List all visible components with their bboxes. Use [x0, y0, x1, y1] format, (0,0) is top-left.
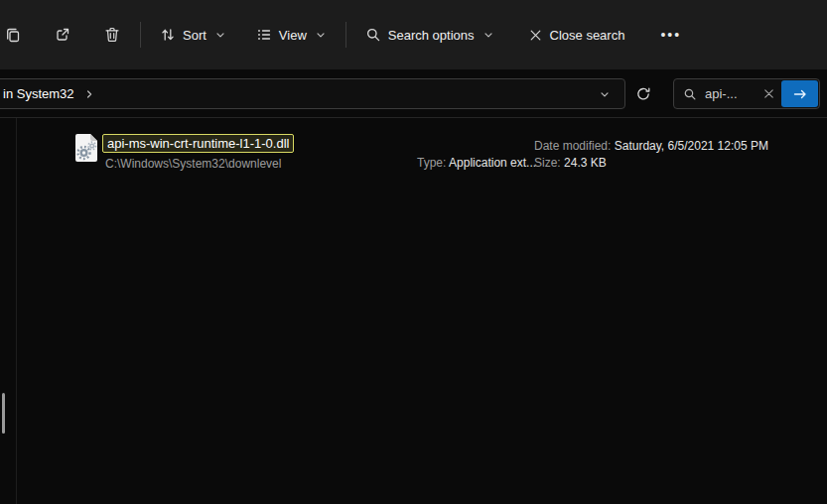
close-icon — [528, 28, 543, 43]
toolbar-divider — [140, 22, 141, 48]
file-path: C:\Windows\System32\downlevel — [105, 157, 281, 171]
chevron-down-icon — [214, 29, 226, 41]
refresh-button[interactable] — [631, 82, 655, 106]
view-button[interactable]: View — [246, 18, 337, 52]
command-toolbar: Sort View Search options — [0, 0, 827, 69]
copy-icon — [4, 26, 22, 44]
size-label: Size: — [534, 156, 561, 170]
date-modified-value: Saturday, 6/5/2021 12:05 PM — [615, 139, 768, 153]
left-scrollbar-thumb[interactable] — [2, 393, 5, 434]
size-line: Size: 24.3 KB — [534, 155, 768, 172]
share-icon — [54, 26, 71, 44]
search-icon — [683, 87, 697, 101]
type-label: Type: — [417, 156, 446, 170]
search-options-label: Search options — [388, 28, 475, 43]
delete-icon — [103, 26, 121, 44]
type-value: Application ext... — [449, 156, 536, 170]
close-search-button[interactable]: Close search — [518, 19, 635, 52]
date-modified-label: Date modified: — [534, 139, 611, 153]
search-input[interactable]: api-... — [673, 78, 820, 109]
size-value: 24.3 KB — [564, 156, 607, 170]
close-search-label: Close search — [550, 28, 625, 43]
refresh-icon — [635, 86, 651, 102]
view-label: View — [279, 28, 307, 43]
date-modified-line: Date modified: Saturday, 6/5/2021 12:05 … — [534, 138, 768, 155]
breadcrumb-label: in System32 — [3, 86, 74, 101]
chevron-right-icon[interactable] — [83, 88, 95, 100]
toolbar-divider — [345, 22, 346, 48]
file-type-column: Type: Application ext... — [417, 156, 536, 170]
content-separator — [0, 117, 827, 118]
breadcrumb[interactable]: in System32 — [3, 86, 95, 101]
copy-button[interactable] — [0, 17, 32, 53]
pane-separator — [16, 118, 17, 504]
sort-arrows-icon — [160, 27, 176, 43]
search-icon — [365, 27, 381, 43]
clear-search-button[interactable] — [759, 84, 778, 103]
address-dropdown-button[interactable] — [593, 84, 617, 104]
share-button[interactable] — [44, 17, 81, 53]
search-query-text: api-... — [705, 86, 738, 101]
search-submit-button[interactable] — [781, 80, 818, 107]
file-name-highlighted: api-ms-win-crt-runtime-l1-1-0.dll — [102, 134, 294, 153]
delete-button[interactable] — [93, 17, 131, 53]
chevron-down-icon — [599, 88, 611, 100]
dll-file-icon — [73, 132, 99, 164]
go-arrow-icon — [792, 86, 808, 102]
search-options-button[interactable]: Search options — [355, 18, 504, 52]
close-icon — [762, 87, 775, 100]
address-bar[interactable]: in System32 — [0, 78, 625, 109]
file-details-column: Date modified: Saturday, 6/5/2021 12:05 … — [534, 138, 768, 172]
see-more-button[interactable]: ••• — [650, 18, 691, 52]
chevron-down-icon — [482, 29, 494, 41]
search-result-row[interactable]: api-ms-win-crt-runtime-l1-1-0.dll C:\Win… — [0, 127, 827, 173]
sort-label: Sort — [183, 28, 207, 43]
chevron-down-icon — [315, 29, 327, 41]
see-more-dots: ••• — [660, 27, 681, 43]
view-list-icon — [256, 27, 272, 43]
sort-button[interactable]: Sort — [150, 18, 236, 52]
